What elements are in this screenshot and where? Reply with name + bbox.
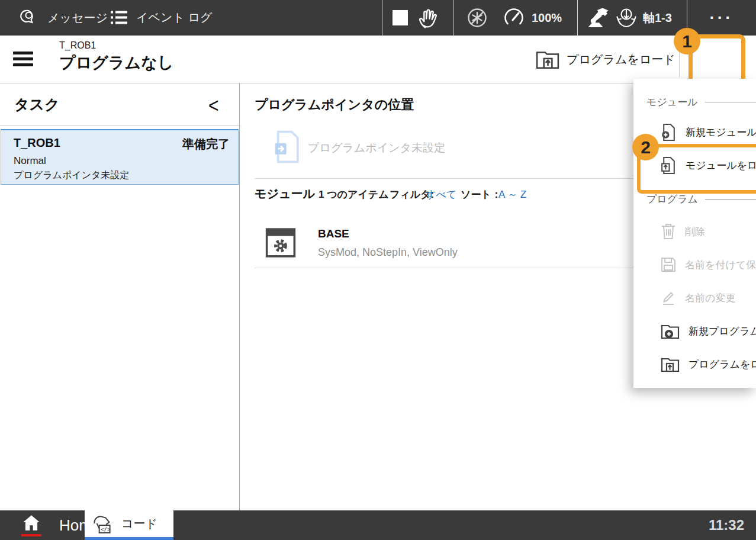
event-log-icon [110, 9, 128, 25]
modules-title: モジュール [255, 186, 315, 202]
folder-upload-icon [661, 356, 680, 372]
svg-text:</>: </> [101, 526, 111, 532]
module-window-gear-icon [265, 227, 296, 259]
statusbar-separator [577, 0, 578, 36]
load-program-label: プログラムをロード [567, 52, 675, 68]
app-header: T_ROB1 プログラムなし プログラムをロード ··· 1 [0, 36, 756, 83]
speedometer-icon [502, 6, 526, 30]
task-card-name: T_ROB1 [14, 136, 60, 150]
menu-section-program-label: プログラム [646, 192, 698, 206]
module-attributes: SysMod, NoStepIn, ViewOnly [318, 246, 458, 259]
pencil-icon [661, 290, 676, 306]
mechanical-unit-button[interactable] [585, 8, 611, 28]
load-program-button[interactable]: プログラムをロード [536, 36, 675, 83]
messages-button[interactable]: メッセージ [18, 8, 108, 28]
messages-label: メッセージ [47, 10, 108, 26]
context-menu: モジュール 新規モジュール モジュールをロード [633, 79, 756, 388]
menu-item-label: 削除 [685, 225, 705, 239]
save-icon [661, 257, 676, 272]
menu-item-new-program[interactable]: 新規プログラム [633, 316, 756, 346]
home-active-underline [21, 534, 41, 536]
menu-item-label: 新規モジュール [686, 126, 756, 139]
menu-item-label: プログラムをロード [689, 358, 756, 371]
menu-item-label: 新規プログラム [689, 324, 756, 338]
event-log-button[interactable]: イベント ログ [110, 9, 212, 25]
collapse-chevron-icon[interactable]: < [208, 94, 219, 117]
menu-item-label: 名前の変更 [685, 291, 735, 305]
axes-label: 軸1-3 [643, 10, 672, 26]
speed-button[interactable]: 100% [502, 6, 562, 30]
task-panel: タスク < T_ROB1 準備完了 Normal プログラムポインタ未設定 [0, 83, 240, 510]
motors-off-button[interactable] [465, 6, 489, 30]
robot-arm-icon [585, 8, 611, 28]
folder-upload-icon [536, 49, 559, 69]
sort-label: ソート： [461, 188, 501, 201]
statusbar-more-button[interactable]: ··· [687, 0, 756, 36]
menu-section-module: モジュール [633, 93, 756, 111]
menu-item-rename: 名前の変更 [633, 282, 756, 313]
module-name: BASE [318, 227, 349, 240]
modules-count: 1 つのアイテム [319, 188, 389, 201]
home-icon [21, 514, 41, 538]
manual-mode-button[interactable] [416, 6, 443, 31]
section-divider-line [705, 102, 756, 102]
code-app-icon: </> [92, 513, 114, 535]
clock: 11:32 [709, 510, 744, 540]
home-button[interactable] [21, 510, 41, 540]
menu-item-delete: 削除 [633, 216, 756, 247]
task-panel-title: タスク [14, 95, 60, 114]
document-upload-icon [661, 156, 677, 175]
document-plus-icon [661, 123, 677, 142]
flexpendant-screen: メッセージ イベント ログ [0, 0, 756, 540]
status-bar: メッセージ イベント ログ [0, 0, 756, 36]
statusbar-separator [453, 0, 453, 36]
tab-code[interactable]: </> コード [85, 510, 173, 540]
task-panel-divider [0, 125, 239, 126]
statusbar-separator [382, 0, 382, 36]
axis-jog-icon [615, 7, 638, 29]
annotation-badge-2: 2 [632, 134, 659, 160]
message-bubble-icon [18, 8, 39, 28]
menu-section-module-label: モジュール [646, 95, 698, 109]
axes-button[interactable]: 軸1-3 [615, 7, 672, 29]
page-title: プログラムなし [59, 52, 173, 73]
motors-off-icon [465, 6, 489, 30]
task-card[interactable]: T_ROB1 準備完了 Normal プログラムポインタ未設定 [1, 129, 239, 185]
task-card-pointer-status: プログラムポインタ未設定 [14, 169, 129, 182]
stop-state-icon[interactable] [393, 10, 408, 25]
taskbar: Home </> コード 11:32 [0, 510, 756, 540]
trash-icon [661, 223, 676, 240]
annotation-badge-1: 1 [674, 28, 700, 54]
pointer-empty-text: プログラムポインタ未設定 [308, 140, 445, 156]
speed-value: 100% [532, 11, 562, 25]
header-task-name: T_ROB1 [59, 40, 96, 51]
task-card-mode: Normal [14, 155, 46, 167]
hamburger-menu-icon[interactable] [13, 52, 33, 67]
task-card-status: 準備完了 [182, 136, 230, 152]
menu-item-label: 名前を付けて保存 [685, 258, 756, 272]
event-log-label: イベント ログ [136, 9, 212, 25]
folder-plus-icon [661, 323, 680, 339]
menu-section-program: プログラム [633, 190, 756, 208]
menu-item-label: モジュールをロード [686, 159, 756, 172]
tab-code-label: コード [121, 516, 157, 532]
section-divider-line [705, 199, 756, 200]
filter-value-link[interactable]: すべて [426, 188, 456, 201]
sort-value-link[interactable]: A ～ Z [498, 188, 526, 201]
program-pointer-icon [274, 130, 301, 163]
menu-item-load-program[interactable]: プログラムをロード [633, 349, 756, 380]
menu-item-save-as: 名前を付けて保存 [633, 249, 756, 280]
pointer-section-title: プログラムポインタの位置 [255, 96, 414, 114]
hand-icon [416, 6, 443, 31]
